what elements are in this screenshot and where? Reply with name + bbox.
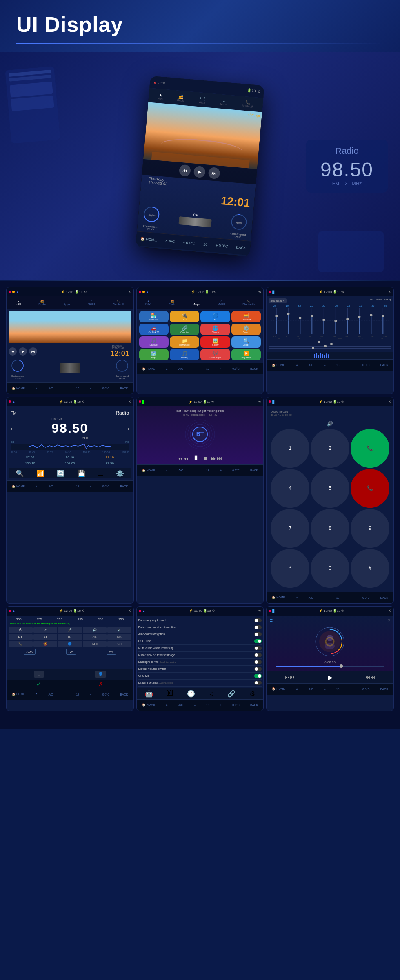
steering-profile-icon[interactable]: 👤	[95, 671, 106, 678]
app-gallery[interactable]: 🖼️Gallery	[200, 336, 230, 348]
home-plus[interactable]: +	[90, 387, 91, 390]
dial-9[interactable]: 9	[351, 509, 389, 548]
nav-music-home[interactable]: ♫Music	[87, 300, 95, 305]
eq-back-btn[interactable]: BACK	[380, 364, 388, 367]
steer-mic[interactable]: 🎤	[58, 627, 82, 633]
home-back-btn[interactable]: BACK	[120, 387, 128, 390]
nav-apps-home[interactable]: ⋮⋮Apps	[64, 300, 70, 306]
steering-ac-btn[interactable]: A/C	[48, 693, 53, 696]
apps-minus[interactable]: –	[194, 367, 196, 370]
toggle-press-key[interactable]	[254, 618, 262, 622]
steer-k2[interactable]: K▷	[107, 634, 131, 640]
app-bt[interactable]: 🔵BT	[200, 311, 230, 322]
app-google[interactable]: 🔍Google	[231, 336, 261, 348]
next-btn[interactable]: ⏭	[208, 167, 220, 179]
radio-back-text[interactable]: BACK	[120, 485, 128, 488]
phone-home-btn[interactable]: 🏠 HOME	[272, 596, 285, 599]
toggle-nav[interactable]	[254, 632, 262, 636]
eq-all[interactable]: All	[370, 298, 373, 303]
dial-4[interactable]: 4	[271, 469, 309, 508]
radio-prev-btn[interactable]: ‹	[11, 425, 13, 432]
apps-nav-music[interactable]: ♫Music	[218, 300, 225, 305]
eq-back-icon[interactable]: ⟲	[389, 290, 391, 294]
eq-home-btn[interactable]: 🏠 HOME	[272, 364, 285, 367]
bt-play-pause[interactable]: ⏸	[192, 454, 200, 462]
radio-list-icon[interactable]: ☰	[98, 469, 103, 477]
dial-call[interactable]: 📞	[351, 429, 389, 468]
settings-music-icon[interactable]: ♫	[209, 690, 214, 698]
steer-k4[interactable]: K▷I	[107, 641, 131, 647]
preset-6[interactable]: 87.50	[90, 461, 129, 466]
app-playstore[interactable]: ▶️Play Store	[231, 349, 261, 360]
phone-ac-btn[interactable]: A/C	[309, 596, 313, 599]
app-control[interactable]: ⚙️Control	[231, 324, 261, 335]
eq-minus[interactable]: –	[324, 364, 326, 367]
radio-home-btn[interactable]: 🏠 HOME	[12, 485, 25, 488]
toggle-mirror[interactable]	[254, 653, 262, 657]
bt-minus[interactable]: –	[194, 469, 196, 472]
music-back-icon[interactable]: ⟲	[389, 609, 391, 613]
preset-5[interactable]: 108.00	[51, 461, 90, 466]
toggle-lantern[interactable]	[254, 681, 262, 685]
music-minus[interactable]: –	[324, 688, 326, 691]
steer-next[interactable]: ⏭	[58, 634, 82, 640]
steering-aux[interactable]: AUX	[24, 649, 35, 655]
phone-minus[interactable]: –	[324, 596, 326, 599]
eq-preset[interactable]: Standard ∨	[269, 298, 286, 303]
home-play[interactable]: ▶	[19, 347, 27, 356]
home-back-icon[interactable]: ⟲	[129, 290, 131, 294]
radio-back-icon[interactable]: ⟲	[129, 400, 131, 404]
toggle-backlight[interactable]	[254, 660, 262, 664]
app-maps[interactable]: 🗺️Maps	[139, 349, 169, 360]
home-prev[interactable]: ⏮	[9, 347, 17, 356]
dial-hash[interactable]: #	[351, 549, 389, 588]
music-play-btn[interactable]: ▶	[328, 673, 333, 681]
preset-4[interactable]: 106.10	[11, 461, 50, 466]
preset-3[interactable]: 98.10	[90, 455, 129, 460]
steering-minus[interactable]: –	[64, 693, 65, 696]
radio-eq-icon[interactable]: 📶	[36, 469, 44, 477]
radio-save-icon[interactable]: 💾	[77, 469, 85, 477]
app-appstore[interactable]: 🏪App Store	[139, 311, 169, 322]
apps-back-icon[interactable]: ⟲	[258, 290, 261, 294]
phone-back-icon[interactable]: ⟲	[389, 400, 391, 404]
nav-bt-home[interactable]: 📞Bluetooth	[113, 300, 125, 306]
settings-back-icon[interactable]: ⟲	[258, 609, 261, 613]
settings-photo-icon[interactable]: 🖼	[167, 690, 173, 698]
play-btn[interactable]: ▶	[193, 166, 206, 178]
apps-home-btn[interactable]: 🏠 HOME	[142, 367, 155, 371]
app-filemanager[interactable]: 📁FileManager	[170, 336, 199, 348]
app-moofay[interactable]: 🎵moofay	[170, 349, 199, 360]
steering-home-btn[interactable]: 🏠 HOME	[12, 693, 25, 696]
preset-2[interactable]: 90.10	[51, 455, 90, 460]
app-aux[interactable]: 🔌AUX	[170, 311, 199, 322]
steering-back-btn[interactable]: BACK	[120, 693, 128, 696]
steer-vol2[interactable]: 🔕	[33, 641, 58, 647]
apps-plus[interactable]: +	[220, 367, 222, 370]
settings-home-btn[interactable]: 🏠 HOME	[142, 703, 155, 707]
settings-back-btn[interactable]: BACK	[250, 704, 258, 707]
bt-back-btn[interactable]: BACK	[250, 469, 258, 472]
apps-nav-radio[interactable]: 📻Radio	[169, 300, 176, 306]
settings-plus[interactable]: +	[220, 704, 222, 707]
steer-phone[interactable]: 📞	[9, 641, 33, 647]
prev-btn[interactable]: ⏮	[179, 164, 191, 177]
bt-prev[interactable]: ⏮⏮	[178, 455, 189, 462]
apps-nav-navi[interactable]: ▲Navi	[145, 300, 151, 305]
home-next[interactable]: ⏭	[29, 347, 37, 356]
home-home-btn[interactable]: 🏠 HOME	[12, 387, 25, 390]
dial-7[interactable]: 7	[271, 509, 309, 548]
music-forward-btn[interactable]: ⏭⏭	[365, 674, 375, 680]
app-carlink[interactable]: 🚗Car Link 2.0	[139, 324, 169, 335]
eq-default[interactable]: Default	[375, 298, 382, 303]
steering-check[interactable]: ✓	[36, 681, 41, 687]
steering-fm[interactable]: FM	[107, 649, 116, 655]
app-equalizer[interactable]: 🎵Equalizer	[139, 336, 169, 348]
music-progress[interactable]	[276, 666, 384, 667]
apps-nav-bt[interactable]: 📞Bluetooth	[242, 300, 255, 306]
music-prev-btn[interactable]: ⏮⏮	[285, 674, 295, 680]
music-list-icon[interactable]: ☰	[270, 619, 273, 622]
radio-next-btn[interactable]: ›	[127, 425, 129, 432]
music-heart-icon[interactable]: ♡	[387, 619, 390, 622]
music-ac-btn[interactable]: A/C	[309, 688, 313, 691]
